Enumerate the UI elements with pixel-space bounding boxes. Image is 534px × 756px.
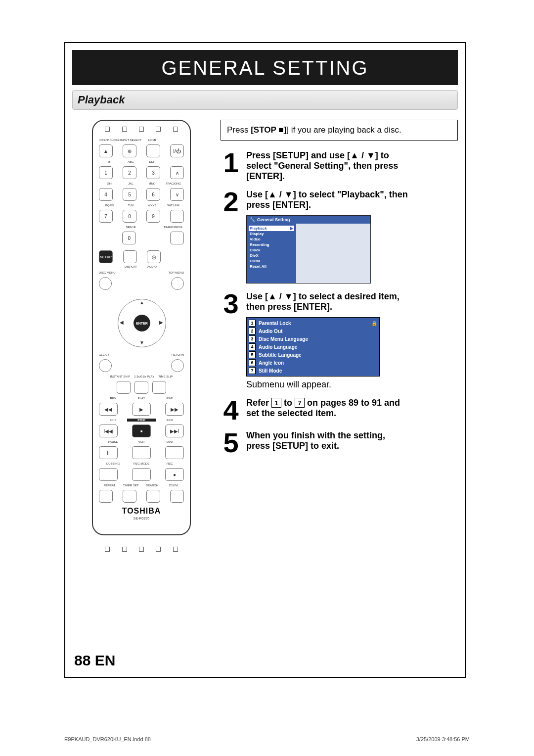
nav-pad: ▲ ▼ ◀ ▶ ENTER — [112, 293, 171, 352]
input-select-button: ⊕ — [123, 144, 136, 157]
osd-item: Playback▶ — [249, 226, 294, 231]
tracking-down-button: ∨ — [170, 188, 184, 201]
instant-skip-button — [117, 381, 131, 394]
open-close-button: ▲ — [99, 144, 113, 157]
return-button — [171, 359, 184, 372]
play-button: ▶ — [132, 403, 151, 416]
osd-item: Display — [249, 231, 294, 236]
num-8-button: 8 — [123, 210, 136, 223]
section-header-playback: Playback — [72, 90, 458, 110]
time-slip-button — [152, 381, 166, 394]
num-0-button: 0 — [122, 232, 136, 244]
hdmi-button — [146, 144, 160, 157]
num-6-button: 6 — [146, 188, 160, 201]
osd-item: Video — [249, 236, 294, 242]
option-row: 1Parental Lock🔒 — [249, 319, 377, 327]
step-5: 5 When you finish with the setting, pres… — [221, 430, 458, 455]
disc-menu-button — [99, 277, 112, 290]
num-7-button: 7 — [99, 210, 113, 223]
top-menu-button — [171, 277, 184, 290]
repeat-button — [99, 490, 113, 503]
display-button — [123, 250, 137, 263]
page-title: GENERAL SETTING — [72, 50, 458, 85]
recmode-button — [132, 468, 151, 481]
zoom-button — [170, 490, 184, 503]
tracking-up-button: ∧ — [170, 166, 184, 179]
num-1-button: 1 — [99, 166, 113, 179]
setup-button: SETUP — [99, 250, 113, 263]
num-4-button: 4 — [99, 188, 113, 201]
step-2: 2 Use [▲ / ▼] to select "Playback", then… — [221, 189, 458, 284]
pause-button: II — [99, 446, 118, 459]
option-row: 3Disc Menu Language — [249, 335, 377, 343]
fwd-button: ▶▶ — [165, 403, 184, 416]
brand-label: TOSHIBA — [99, 507, 184, 516]
num-3-button: 3 — [146, 166, 160, 179]
submenu-note: Submenu will appear. — [246, 379, 458, 390]
skip-next-button: ▶▶I — [165, 425, 184, 437]
option-row: 6Angle Icon — [249, 359, 377, 367]
timer-set-button — [123, 490, 136, 503]
osd-item: Clock — [249, 247, 294, 253]
option-row: 2Audio Out — [249, 327, 377, 335]
model-label: SE-R0295 — [99, 517, 184, 520]
rec-button: ● — [165, 468, 184, 481]
footer-date: 3/25/2009 3:48:56 PM — [416, 736, 470, 742]
footer-filename: E9PKAUD_DVR620KU_EN.indd 88 — [64, 736, 151, 742]
osd-item: Reset All — [249, 264, 294, 269]
step-4: 4 Refer 1 to 7 on pages 89 to 91 and set… — [221, 398, 458, 423]
wrench-icon: 🔧 — [250, 217, 255, 222]
search-button — [146, 490, 160, 503]
num-9-button: 9 — [146, 210, 160, 223]
lock-icon: 🔒 — [371, 321, 377, 326]
vcr-button — [132, 446, 151, 459]
osd-general-setting: 🔧General Setting Playback▶DisplayVideoRe… — [246, 215, 371, 284]
option-row: 7Still Mode — [249, 367, 377, 375]
satlink-button — [170, 210, 184, 223]
skip-prev-button: I◀◀ — [99, 425, 118, 437]
clear-button — [99, 359, 112, 372]
stop-icon: ■ — [278, 125, 283, 135]
dubbing-button — [99, 468, 118, 481]
content-frame: GENERAL SETTING Playback OPEN/ CLOSE INP… — [64, 42, 466, 678]
option-row: 4Audio Language — [249, 343, 377, 351]
play-speed-button — [134, 381, 148, 394]
osd-item: DivX — [249, 253, 294, 258]
num-2-button: 2 — [123, 166, 136, 179]
osd-item: HDMI — [249, 258, 294, 264]
step-1: 1 Press [SETUP] and use [▲ / ▼] to selec… — [221, 150, 458, 182]
power-button: I/⏻ — [170, 144, 184, 157]
enter-button: ENTER — [134, 315, 150, 331]
playback-options-list: 1Parental Lock🔒2Audio Out3Disc Menu Lang… — [246, 317, 380, 377]
stop-button: ■ — [132, 425, 151, 437]
dvd-button — [165, 446, 184, 459]
step-3: 3 Use [▲ / ▼] to select a desired item, … — [221, 291, 458, 390]
stop-note: Press [STOP ■]] if you are playing back … — [221, 120, 458, 141]
osd-item: Recording — [249, 242, 294, 247]
page-number: 88 EN — [74, 652, 115, 669]
rev-button: ◀◀ — [99, 403, 118, 416]
remote-illustration: OPEN/ CLOSE INPUT SELECT HDMI ▲ ⊕ I/⏻ .@… — [92, 120, 191, 535]
num-5-button: 5 — [123, 188, 136, 201]
option-row: 5Subtitle Language — [249, 351, 377, 359]
timer-prog-button — [170, 232, 184, 244]
audio-button: ◎ — [147, 250, 161, 263]
